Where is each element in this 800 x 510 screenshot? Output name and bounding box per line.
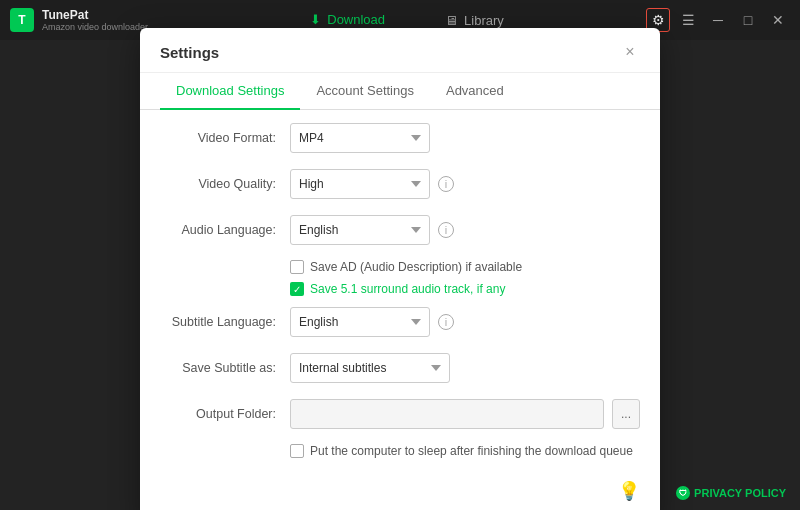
audio-language-row: Audio Language: English Spanish French i (160, 214, 640, 246)
menu-button[interactable]: ☰ (676, 8, 700, 32)
video-format-row: Video Format: MP4 MKV (160, 122, 640, 154)
save-subtitle-label: Save Subtitle as: (160, 361, 290, 375)
save-subtitle-row: Save Subtitle as: Internal subtitles Ext… (160, 352, 640, 384)
video-format-control: MP4 MKV (290, 123, 640, 153)
audio-language-label: Audio Language: (160, 223, 290, 237)
save-surround-row: ✓ Save 5.1 surround audio track, if any (290, 282, 640, 296)
output-folder-input[interactable] (290, 399, 604, 429)
save-ad-checkbox[interactable] (290, 260, 304, 274)
privacy-policy-link[interactable]: 🛡 PRIVACY POLICY (676, 486, 786, 500)
output-folder-label: Output Folder: (160, 407, 290, 421)
subtitle-language-control: English Spanish i (290, 307, 640, 337)
output-folder-control: ... (290, 399, 640, 429)
download-icon: ⬇ (310, 12, 321, 27)
modal-overlay: Settings × Download Settings Account Set… (0, 40, 800, 510)
browse-button[interactable]: ... (612, 399, 640, 429)
dialog-header: Settings × (140, 28, 660, 73)
tab-account-settings[interactable]: Account Settings (300, 73, 430, 110)
minimize-button[interactable]: ─ (706, 8, 730, 32)
privacy-policy-label: PRIVACY POLICY (694, 487, 786, 499)
app-name: TunePat (42, 8, 148, 22)
subtitle-language-row: Subtitle Language: English Spanish i (160, 306, 640, 338)
video-format-label: Video Format: (160, 131, 290, 145)
sleep-row: Put the computer to sleep after finishin… (290, 444, 640, 458)
video-quality-label: Video Quality: (160, 177, 290, 191)
close-window-button[interactable]: ✕ (766, 8, 790, 32)
video-quality-info-icon[interactable]: i (438, 176, 454, 192)
tab-advanced[interactable]: Advanced (430, 73, 520, 110)
close-dialog-button[interactable]: × (620, 42, 640, 62)
dialog-bottom: 💡 (140, 480, 660, 502)
save-surround-label: Save 5.1 surround audio track, if any (310, 282, 505, 296)
settings-dialog: Settings × Download Settings Account Set… (140, 28, 660, 510)
titlebar-controls: ⚙ ☰ ─ □ ✕ (646, 8, 790, 32)
tab-download-settings[interactable]: Download Settings (160, 73, 300, 110)
subtitle-language-select[interactable]: English Spanish (290, 307, 430, 337)
subtitle-language-label: Subtitle Language: (160, 315, 290, 329)
save-subtitle-control: Internal subtitles External subtitles (290, 353, 640, 383)
save-subtitle-select[interactable]: Internal subtitles External subtitles (290, 353, 450, 383)
audio-language-info-icon[interactable]: i (438, 222, 454, 238)
audio-language-select[interactable]: English Spanish French (290, 215, 430, 245)
save-surround-checkbox[interactable]: ✓ (290, 282, 304, 296)
nav-download-label: Download (327, 12, 385, 27)
logo-text: TunePat Amazon video downloader (42, 8, 148, 32)
dialog-title: Settings (160, 44, 219, 61)
sleep-checkbox[interactable] (290, 444, 304, 458)
maximize-button[interactable]: □ (736, 8, 760, 32)
app-background: Settings × Download Settings Account Set… (0, 40, 800, 510)
shield-icon: 🛡 (676, 486, 690, 500)
sleep-label: Put the computer to sleep after finishin… (310, 444, 633, 458)
output-folder-row: Output Folder: ... (160, 398, 640, 430)
settings-form: Video Format: MP4 MKV Video Quality: Hig… (140, 110, 660, 470)
video-format-select[interactable]: MP4 MKV (290, 123, 430, 153)
logo-icon: T (10, 8, 34, 32)
video-quality-row: Video Quality: High Medium Low i (160, 168, 640, 200)
nav-library-label: Library (464, 13, 504, 28)
settings-tabs: Download Settings Account Settings Advan… (140, 73, 660, 110)
save-ad-row: Save AD (Audio Description) if available (290, 260, 640, 274)
app-subtitle: Amazon video downloader (42, 22, 148, 32)
video-quality-select[interactable]: High Medium Low (290, 169, 430, 199)
library-icon: 🖥 (445, 13, 458, 28)
subtitle-language-info-icon[interactable]: i (438, 314, 454, 330)
save-ad-label: Save AD (Audio Description) if available (310, 260, 522, 274)
lightbulb-icon: 💡 (618, 480, 640, 502)
audio-language-control: English Spanish French i (290, 215, 640, 245)
video-quality-control: High Medium Low i (290, 169, 640, 199)
app-logo: T TunePat Amazon video downloader (10, 8, 148, 32)
